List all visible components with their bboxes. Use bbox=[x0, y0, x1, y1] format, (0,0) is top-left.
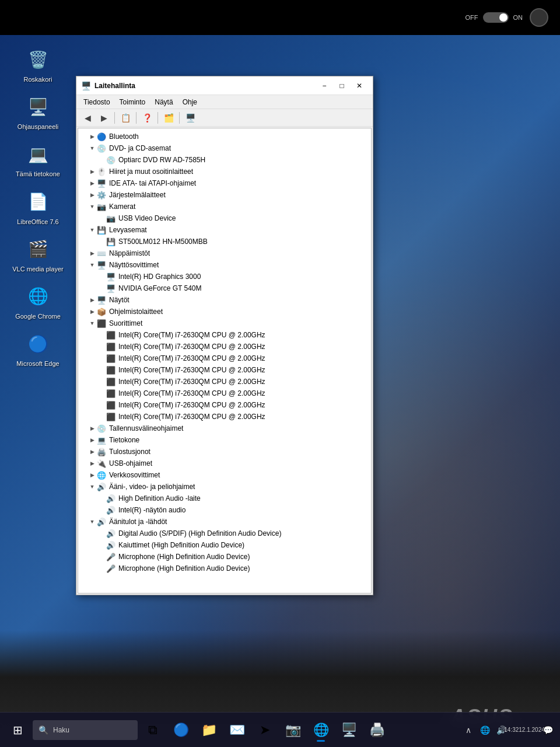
toolbar-properties[interactable]: 📋 bbox=[118, 111, 133, 125]
taskbar-display[interactable]: 🖥️ bbox=[336, 717, 362, 743]
menu-nayta[interactable]: Näytä bbox=[150, 97, 177, 107]
desktop-icon-control-panel[interactable]: 🖥️ Ohjauspaneeli bbox=[0, 88, 76, 135]
tree-item-speakers[interactable]: 🔊Kaiuttimet (High Definition Audio Devic… bbox=[78, 539, 371, 551]
desktop-icon-microsoft-edge[interactable]: 🔵 Microsoft Edge bbox=[0, 325, 76, 372]
tree-expander-storage[interactable]: ▼ bbox=[88, 227, 97, 233]
tree-item-computer[interactable]: ▶💻Tietokone bbox=[78, 434, 371, 446]
tree-item-microphone2[interactable]: 🎤Microphone (High Definition Audio Devic… bbox=[78, 563, 371, 574]
recycle-bin-label: Roskakori bbox=[24, 76, 52, 83]
taskbar-explorer[interactable]: 📁 bbox=[196, 717, 222, 743]
device-tree[interactable]: ▶🔵Bluetooth▼💿DVD- ja CD-asemat💿Optiarc D… bbox=[78, 128, 372, 594]
tree-item-cpu1[interactable]: ⬛Intel(R) Core(TM) i7-2630QM CPU @ 2.00G… bbox=[78, 329, 371, 341]
tree-expander-monitors[interactable]: ▶ bbox=[88, 297, 97, 303]
tree-item-mice[interactable]: ▶🖱️Hiiret ja muut osoitinlaitteet bbox=[78, 166, 371, 177]
desktop-icon-recycle-bin[interactable]: 🗑️ Roskakori bbox=[0, 41, 76, 88]
tree-item-processors[interactable]: ▼⬛Suorittimet bbox=[78, 317, 371, 329]
tree-item-microphone1[interactable]: 🎤Microphone (High Definition Audio Devic… bbox=[78, 551, 371, 563]
tree-icon-nvidia-gt: 🖥️ bbox=[106, 284, 117, 293]
power-switch[interactable]: OFF ON bbox=[466, 12, 523, 23]
tree-item-digital-audio[interactable]: 🔊Digital Audio (S/PDIF) (High Definition… bbox=[78, 528, 371, 539]
tree-expander-printers[interactable]: ▶ bbox=[88, 449, 97, 455]
tree-item-bluetooth[interactable]: ▶🔵Bluetooth bbox=[78, 131, 371, 142]
tree-expander-keyboards[interactable]: ▶ bbox=[88, 250, 97, 256]
tree-expander-system-devices[interactable]: ▶ bbox=[88, 192, 97, 198]
taskbar-task-view[interactable]: ⧉ bbox=[140, 717, 166, 743]
tree-expander-cameras[interactable]: ▼ bbox=[88, 204, 97, 210]
tree-item-cameras[interactable]: ▼📷Kamerat bbox=[78, 201, 371, 212]
taskbar-search[interactable]: 🔍 Haku bbox=[33, 720, 138, 740]
toolbar-view[interactable]: 🗂️ bbox=[161, 111, 176, 125]
toolbar-help[interactable]: ❓ bbox=[139, 111, 155, 125]
tree-expander-processors[interactable]: ▼ bbox=[88, 320, 97, 326]
menu-ohje[interactable]: Ohje bbox=[178, 97, 202, 107]
tree-item-usb-video[interactable]: 📷USB Video Device bbox=[78, 212, 371, 224]
tree-item-storage-ctrl[interactable]: ▶💿Tallennusvälineohjaimet bbox=[78, 423, 371, 434]
tree-item-keyboards[interactable]: ▶⌨️Näppäimistöt bbox=[78, 247, 371, 259]
minimize-button[interactable]: − bbox=[316, 79, 333, 92]
maximize-button[interactable]: □ bbox=[333, 79, 351, 92]
libreoffice-icon: 📄 bbox=[24, 188, 52, 216]
tree-item-intel-audio[interactable]: 🔊Intel(R) -näytön audio bbox=[78, 504, 371, 516]
tree-item-usb-ctrl[interactable]: ▶🔌USB-ohjaimet bbox=[78, 458, 371, 469]
tree-item-system-devices[interactable]: ▶⚙️Järjestelmälaitteet bbox=[78, 189, 371, 201]
tree-expander-bluetooth[interactable]: ▶ bbox=[88, 134, 97, 139]
tray-network[interactable]: 🌐 bbox=[477, 722, 492, 738]
tree-item-dvd-cd[interactable]: ▼💿DVD- ja CD-asemat bbox=[78, 142, 371, 154]
tree-item-cpu2[interactable]: ⬛Intel(R) Core(TM) i7-2630QM CPU @ 2.00G… bbox=[78, 341, 371, 352]
tree-expander-ide-ata[interactable]: ▶ bbox=[88, 180, 97, 186]
tree-item-st500[interactable]: 💾ST500LM012 HN-M500MBB bbox=[78, 236, 371, 247]
switch-track[interactable] bbox=[483, 12, 509, 23]
taskbar-arrow[interactable]: ➤ bbox=[252, 717, 278, 743]
tree-item-sound[interactable]: ▼🔊Ääni-, video- ja peliohjaimet bbox=[78, 481, 371, 493]
tree-item-network[interactable]: ▶🌐Verkkosovittimet bbox=[78, 469, 371, 481]
tree-item-monitors[interactable]: ▶🖥️Näytöt bbox=[78, 294, 371, 306]
tree-expander-computer[interactable]: ▶ bbox=[88, 437, 97, 443]
tree-icon-cpu3: ⬛ bbox=[106, 354, 117, 363]
tree-icon-monitors: 🖥️ bbox=[97, 296, 107, 305]
tree-item-optiarc[interactable]: 💿Optiarc DVD RW AD-7585H bbox=[78, 154, 371, 166]
tree-item-cpu8[interactable]: ⬛Intel(R) Core(TM) i7-2630QM CPU @ 2.00G… bbox=[78, 411, 371, 423]
toolbar-forward[interactable]: ▶ bbox=[96, 111, 111, 125]
taskbar-device[interactable]: 🖨️ bbox=[364, 717, 390, 743]
tree-item-hd-audio-device[interactable]: 🔊High Definition Audio -laite bbox=[78, 493, 371, 504]
menu-toiminto[interactable]: Toiminto bbox=[115, 97, 150, 107]
tree-item-storage[interactable]: ▼💾Levyasemat bbox=[78, 224, 371, 236]
desktop-icon-libreoffice[interactable]: 📄 LibreOffice 7.6 bbox=[0, 183, 76, 231]
tree-expander-software-devices[interactable]: ▶ bbox=[88, 309, 97, 315]
desktop-icon-google-chrome[interactable]: 🌐 Google Chrome bbox=[0, 278, 76, 325]
menu-tiedosto[interactable]: Tiedosto bbox=[79, 97, 115, 107]
tree-item-cpu3[interactable]: ⬛Intel(R) Core(TM) i7-2630QM CPU @ 2.00G… bbox=[78, 352, 371, 364]
taskbar-edge[interactable]: 🔵 bbox=[168, 717, 194, 743]
tree-item-audio-io[interactable]: ▼🔊Äänitulot ja -lähdöt bbox=[78, 516, 371, 528]
taskbar-camera[interactable]: 📷 bbox=[280, 717, 306, 743]
tree-expander-network[interactable]: ▶ bbox=[88, 472, 97, 478]
tree-item-cpu5[interactable]: ⬛Intel(R) Core(TM) i7-2630QM CPU @ 2.00G… bbox=[78, 376, 371, 388]
taskbar-mail[interactable]: ✉️ bbox=[224, 717, 250, 743]
tree-expander-audio-io[interactable]: ▼ bbox=[88, 519, 97, 525]
toolbar-back[interactable]: ◀ bbox=[80, 111, 95, 125]
tree-item-cpu4[interactable]: ⬛Intel(R) Core(TM) i7-2630QM CPU @ 2.00G… bbox=[78, 364, 371, 376]
taskbar-chrome[interactable]: 🌐 bbox=[308, 717, 334, 743]
tree-item-software-devices[interactable]: ▶📦Ohjelmistolaitteet bbox=[78, 306, 371, 317]
desktop-icon-this-pc[interactable]: 💻 Tämä tietokone bbox=[0, 135, 76, 183]
tree-expander-storage-ctrl[interactable]: ▶ bbox=[88, 425, 97, 431]
tree-item-cpu6[interactable]: ⬛Intel(R) Core(TM) i7-2630QM CPU @ 2.00G… bbox=[78, 388, 371, 399]
desktop-icon-vlc[interactable]: 🎬 VLC media player bbox=[0, 231, 76, 278]
tree-item-printers[interactable]: ▶🖨️Tulostusjonot bbox=[78, 446, 371, 458]
tree-item-intel-hd[interactable]: 🖥️Intel(R) HD Graphics 3000 bbox=[78, 271, 371, 282]
tree-item-display-adapters[interactable]: ▼🖥️Näyttösovittimet bbox=[78, 259, 371, 271]
tree-expander-display-adapters[interactable]: ▼ bbox=[88, 262, 97, 268]
tree-expander-dvd-cd[interactable]: ▼ bbox=[88, 145, 97, 151]
tree-item-cpu7[interactable]: ⬛Intel(R) Core(TM) i7-2630QM CPU @ 2.00G… bbox=[78, 399, 371, 411]
tree-expander-usb-ctrl[interactable]: ▶ bbox=[88, 460, 97, 466]
start-button[interactable]: ⊞ bbox=[5, 717, 30, 743]
tree-item-ide-ata[interactable]: ▶🖥️IDE ATA- tai ATAPI-ohjaimet bbox=[78, 177, 371, 189]
tree-item-nvidia-gt[interactable]: 🖥️NVIDIA GeForce GT 540M bbox=[78, 282, 371, 294]
toolbar-computer[interactable]: 🖥️ bbox=[183, 111, 198, 125]
tree-expander-mice[interactable]: ▶ bbox=[88, 169, 97, 174]
tray-chevron[interactable]: ∧ bbox=[461, 722, 476, 738]
tree-expander-sound[interactable]: ▼ bbox=[88, 484, 97, 490]
close-button[interactable]: ✕ bbox=[351, 79, 368, 92]
arrow-icon: ➤ bbox=[260, 722, 270, 738]
tray-notification[interactable]: 💬 bbox=[540, 722, 555, 738]
